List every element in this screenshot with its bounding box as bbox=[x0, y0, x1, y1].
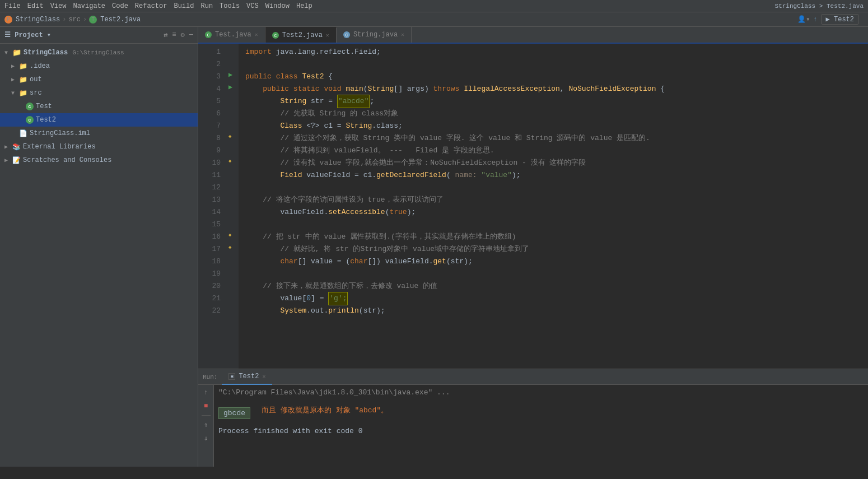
tab-icon-test: C bbox=[205, 31, 212, 38]
menu-code[interactable]: Code bbox=[112, 2, 128, 10]
project-icon: P bbox=[4, 16, 12, 24]
code-line-8: // 通过这个对象，获取 String 类中的 value 字段. 这个 val… bbox=[245, 132, 868, 145]
g3: ▶ bbox=[226, 68, 239, 81]
line-gutter-area: 1 2 3 4 5 6 7 8 9 10 11 12 13 14 bbox=[198, 44, 239, 369]
menu-navigate[interactable]: Navigate bbox=[73, 2, 105, 10]
g6 bbox=[226, 105, 239, 118]
run-tab-test2[interactable]: ▣ Test2 ✕ bbox=[222, 369, 272, 385]
sidebar-sync-icon[interactable]: ⇄ bbox=[164, 31, 167, 39]
run-scroll-end-btn[interactable]: ⇓ bbox=[200, 433, 212, 444]
spacer: ▶ bbox=[18, 103, 24, 110]
ln-10: 10 bbox=[198, 157, 221, 169]
sidebar-item-label: src bbox=[30, 89, 42, 97]
run-output: "C:\Program Files\Java\jdk1.8.0_301\bin\… bbox=[214, 385, 868, 467]
update-button[interactable]: ↑ bbox=[813, 16, 817, 24]
ln-1: 1 bbox=[198, 46, 221, 58]
out-folder-icon: 📁 bbox=[19, 76, 27, 84]
code-line-20: // 接下来，就是通数组的下标，去修改 value 的值 bbox=[245, 280, 868, 292]
tab-test2-java[interactable]: C Test2.java ✕ bbox=[265, 27, 337, 43]
ext-libs-icon: 📚 bbox=[12, 143, 21, 151]
menu-bar: File Edit View Navigate Code Refactor Bu… bbox=[0, 0, 868, 12]
menu-file[interactable]: File bbox=[4, 2, 21, 10]
g19 bbox=[226, 266, 239, 278]
profile-button[interactable]: 👤▾ bbox=[797, 15, 810, 24]
menu-vcs[interactable]: VCS bbox=[246, 2, 259, 10]
g4: ▶ bbox=[226, 81, 239, 93]
menu-help[interactable]: Help bbox=[296, 2, 312, 10]
sidebar-item-src[interactable]: ▼ 📁 src bbox=[0, 86, 198, 100]
tab-test-java[interactable]: C Test.java ✕ bbox=[198, 27, 265, 43]
ln-2: 2 bbox=[198, 58, 221, 71]
sidebar-item-test2[interactable]: ▶ C Test2 bbox=[0, 113, 198, 127]
menu-run[interactable]: Run bbox=[200, 2, 213, 10]
breadcrumb-file[interactable]: Test2.java bbox=[100, 16, 141, 24]
menu-build[interactable]: Build bbox=[174, 2, 194, 10]
breadcrumb-project[interactable]: StringClass bbox=[16, 16, 60, 24]
sidebar-item-label: External Libraries bbox=[23, 143, 96, 151]
tab-label-test: Test.java bbox=[215, 31, 251, 39]
breadcrumb-bar: P StringClass › src › T Test2.java 👤▾ ↑ … bbox=[0, 12, 868, 27]
ln-17: 17 bbox=[198, 243, 221, 255]
ln-22: 22 bbox=[198, 305, 221, 317]
run-stop-btn[interactable]: ■ bbox=[200, 401, 212, 412]
sidebar: ☰ Project ▾ ⇄ ≡ ⚙ — ▼ 📁 StringClass G:\S… bbox=[0, 27, 198, 467]
code-line-9: // 将其拷贝到 valueField。 --- Filed 是 字段的意思. bbox=[245, 145, 868, 157]
bookmark-10: ◆ bbox=[228, 158, 231, 164]
str-highlight-g: 'g'; bbox=[328, 292, 348, 305]
sidebar-item-scratches[interactable]: ▶ 📝 Scratches and Consoles bbox=[0, 154, 198, 167]
menu-tools[interactable]: Tools bbox=[220, 2, 240, 10]
run-tab-icon: ▣ bbox=[228, 373, 235, 380]
tab-close-test[interactable]: ✕ bbox=[255, 31, 258, 38]
menu-view[interactable]: View bbox=[50, 2, 67, 10]
run-tab-bar: Run: ▣ Test2 ✕ bbox=[198, 369, 868, 385]
run-restart-btn[interactable]: ↑ bbox=[200, 387, 212, 398]
g20 bbox=[226, 278, 239, 290]
run-content: ↑ ■ ⇑ ⇓ "C:\Program Files\Java\jdk1.8.0_… bbox=[198, 385, 868, 467]
sidebar-close-icon[interactable]: — bbox=[189, 31, 193, 39]
menu-window[interactable]: Window bbox=[265, 2, 290, 10]
sidebar-settings-icon[interactable]: ⚙ bbox=[181, 31, 185, 39]
code-line-14: valueField.setAccessible(true); bbox=[245, 206, 868, 218]
sidebar-item-ext-libs[interactable]: ▶ 📚 External Libraries bbox=[0, 140, 198, 154]
code-line-15 bbox=[245, 218, 868, 231]
expand-arrow: ▼ bbox=[11, 90, 17, 96]
divider bbox=[202, 415, 211, 416]
sidebar-item-out[interactable]: ▶ 📁 out bbox=[0, 73, 198, 86]
tab-close-string[interactable]: ✕ bbox=[401, 31, 404, 38]
tab-close-test2[interactable]: ✕ bbox=[326, 32, 329, 39]
sidebar-item-label: Scratches and Consoles bbox=[23, 156, 111, 164]
code-content[interactable]: import java.lang.reflect.Field; public c… bbox=[239, 44, 868, 369]
bookmark-8: ◆ bbox=[228, 133, 231, 139]
main-layout: ☰ Project ▾ ⇄ ≡ ⚙ — ▼ 📁 StringClass G:\S… bbox=[0, 27, 868, 467]
run-tab-label: Test2 bbox=[239, 373, 259, 380]
menu-refactor[interactable]: Refactor bbox=[135, 2, 167, 10]
run-arrow-4: ▶ bbox=[228, 83, 232, 91]
sidebar-expand-icon[interactable]: ≡ bbox=[172, 31, 176, 39]
sidebar-header: ☰ Project ▾ ⇄ ≡ ⚙ — bbox=[0, 27, 198, 44]
sidebar-item-stringclass[interactable]: ▼ 📁 StringClass G:\StringClass bbox=[0, 46, 198, 59]
sidebar-item-idea[interactable]: ▶ 📁 .idea bbox=[0, 59, 198, 73]
tab-label-test2: Test2.java bbox=[282, 31, 323, 39]
output-result-area: gbcde 而且 修改就是原本的 对象 "abcd"。 bbox=[218, 405, 864, 421]
tab-icon-test2: C bbox=[272, 32, 279, 39]
bookmark-16: ◆ bbox=[228, 232, 231, 238]
src-folder-icon: 📁 bbox=[19, 89, 27, 97]
g14 bbox=[226, 204, 239, 216]
run-config[interactable]: ▶ Test2 bbox=[821, 14, 859, 25]
breadcrumb-src[interactable]: src bbox=[68, 16, 81, 24]
sidebar-item-iml[interactable]: ▶ 📄 StringClass.iml bbox=[0, 127, 198, 140]
menu-edit[interactable]: Edit bbox=[27, 2, 44, 10]
run-scroll-up-btn[interactable]: ⇑ bbox=[200, 419, 212, 430]
line-numbers: 1 2 3 4 5 6 7 8 9 10 11 12 13 14 bbox=[198, 44, 226, 369]
sidebar-item-test[interactable]: ▶ C Test bbox=[0, 100, 198, 113]
code-line-7: Class <?> c1 = String.class; bbox=[245, 120, 868, 132]
run-tab-close[interactable]: ✕ bbox=[262, 373, 265, 380]
project-folder-icon: 📁 bbox=[12, 48, 21, 57]
g10: ◆ bbox=[226, 155, 239, 167]
code-line-18: char[] value = (char[]) valueField.get(s… bbox=[245, 255, 868, 268]
code-line-3: public class Test2 { bbox=[245, 71, 868, 83]
code-line-4: public static void main(String[] args) t… bbox=[245, 83, 868, 95]
sidebar-item-label: out bbox=[30, 76, 42, 83]
tab-string-java[interactable]: C String.java ✕ bbox=[337, 27, 412, 43]
code-line-12 bbox=[245, 182, 868, 194]
